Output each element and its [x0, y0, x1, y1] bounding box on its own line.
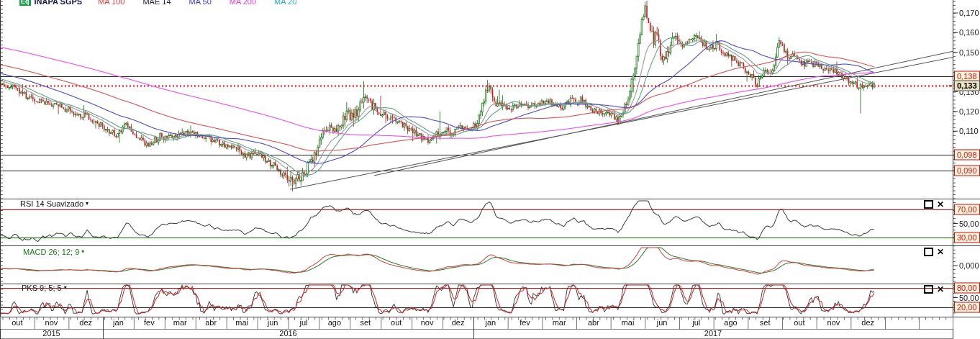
chevron-down-icon: ▾	[81, 249, 84, 255]
month-label: jul	[679, 318, 714, 327]
close-panel-button[interactable]: ✕	[937, 248, 944, 256]
price-chart-canvas[interactable]	[0, 0, 980, 339]
legend-ma-50: MA 50	[189, 0, 212, 6]
year-label: 2016	[279, 329, 296, 338]
year-label: 2015	[42, 329, 60, 338]
month-label: dez	[850, 318, 885, 327]
maximize-panel-button[interactable]	[924, 285, 933, 294]
legend-ma-100: MA 100	[98, 0, 124, 6]
legend-ma-200: MA 200	[230, 0, 256, 6]
chevron-down-icon: ▾	[86, 201, 89, 207]
month-label: fev	[134, 318, 165, 327]
last-price-label[interactable]: 0,133	[954, 81, 980, 91]
month-label: out	[381, 318, 412, 327]
month-label: ago	[714, 318, 748, 327]
month-label: mai	[227, 318, 258, 327]
price-tick-label: 0,150	[959, 48, 979, 57]
close-panel-button[interactable]: ✕	[937, 286, 944, 293]
alert-level-label[interactable]: 80,00	[954, 283, 980, 294]
month-label: jun	[645, 318, 679, 327]
legend-ma-20: MA 20	[274, 0, 296, 6]
month-label: mar	[542, 318, 576, 327]
trading-chart-window: Eq INAPA SGPS MA 100 MAE 14 MA 50 MA 200…	[0, 0, 980, 339]
alert-level-label[interactable]: 30,00	[954, 232, 980, 243]
rsi-panel-controls: ✕	[924, 200, 944, 209]
maximize-panel-button[interactable]	[924, 248, 933, 256]
macd-title-text: MACD 26; 12; 9	[23, 248, 79, 256]
alert-level-label[interactable]: 20,00	[954, 302, 980, 313]
price-tick-label: 0,110	[959, 127, 979, 136]
price-tick-label: 50,00	[959, 293, 979, 302]
month-label: abr	[196, 318, 227, 327]
alert-level-label[interactable]: 0,098	[954, 150, 980, 161]
price-tick-label: 50,00	[959, 219, 979, 228]
price-tick-label: 0,000	[959, 261, 979, 271]
rsi-panel-title[interactable]: RSI 14 Suavizado ▾	[20, 199, 89, 208]
year-label: 2017	[704, 329, 722, 338]
price-tick-label: 0,120	[959, 107, 979, 116]
month-label: jan	[473, 318, 508, 327]
price-tick-label: 0,170	[959, 9, 979, 18]
month-label: jan	[103, 318, 134, 327]
month-label: out	[782, 318, 817, 327]
month-label: nov	[817, 318, 851, 327]
chevron-down-icon: ▾	[64, 285, 67, 291]
month-label: dez	[443, 318, 473, 327]
pks-panel-title[interactable]: PKS 9; 5; 5 ▾	[22, 284, 67, 292]
month-label: mai	[611, 318, 645, 327]
month-label: ago	[319, 318, 350, 327]
month-label: set	[748, 318, 782, 327]
alert-level-label[interactable]: 0,090	[954, 166, 980, 176]
rsi-title-text: RSI 14 Suavizado	[20, 199, 83, 208]
month-label: set	[350, 318, 381, 327]
month-label: abr	[576, 318, 611, 327]
pks-title-text: PKS 9; 5; 5	[22, 284, 62, 292]
instrument-type-badge: Eq	[19, 0, 31, 6]
maximize-panel-button[interactable]	[924, 200, 933, 209]
month-label: mar	[165, 318, 196, 327]
month-label: nov	[412, 318, 443, 327]
alert-level-label[interactable]: 70,00	[954, 204, 980, 215]
ticker-symbol: INAPA SGPS	[35, 0, 83, 6]
close-panel-button[interactable]: ✕	[937, 201, 944, 208]
chart-legend: Eq INAPA SGPS MA 100 MAE 14 MA 50 MA 200…	[19, 0, 314, 6]
price-tick-label: 0,160	[959, 28, 979, 37]
macd-panel-controls: ✕	[924, 248, 944, 256]
macd-panel-title[interactable]: MACD 26; 12; 9 ▾	[23, 248, 84, 256]
month-label: nov	[35, 318, 69, 327]
month-label: out	[0, 318, 35, 327]
pks-panel-controls: ✕	[924, 285, 944, 294]
month-label: jun	[258, 318, 289, 327]
month-label: jul	[289, 318, 319, 327]
month-label: fev	[508, 318, 543, 327]
legend-mae-14: MAE 14	[142, 0, 171, 6]
month-label: dez	[68, 318, 103, 327]
